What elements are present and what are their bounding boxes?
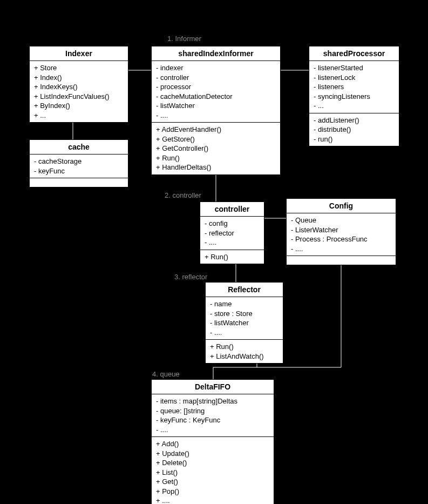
class-ops: + AddEventHandler() + GetStore() + GetCo… <box>152 123 280 174</box>
class-attrs: - name - store : Store - listWatcher - .… <box>206 297 283 340</box>
class-attrs: - indexer - controller - processor - cac… <box>152 61 280 123</box>
label-informer: 1. Informer <box>167 35 201 43</box>
class-title: Indexer <box>30 46 128 61</box>
class-ops: + Add() + Update() + Delete() + List() +… <box>152 437 274 504</box>
class-controller: controller - config - reflector - .... +… <box>200 201 264 264</box>
class-cache: cache - cacheStorage - keyFunc <box>29 139 128 187</box>
class-title: sharedProcessor <box>309 46 399 61</box>
class-shared-processor: sharedProcessor - listenerStarted - list… <box>309 46 399 146</box>
class-attrs: - cacheStorage - keyFunc <box>30 154 128 178</box>
class-title: cache <box>30 140 128 154</box>
class-title: controller <box>200 202 264 217</box>
class-title: sharedIndexInformer <box>152 46 280 61</box>
class-ops: + Run() <box>200 250 264 264</box>
class-ops <box>30 178 128 187</box>
label-controller: 2. controller <box>165 191 201 199</box>
class-reflector: Reflector - name - store : Store - listW… <box>205 282 283 364</box>
class-ops: + Run() + ListAndWatch() <box>206 340 283 363</box>
class-attrs: - listenerStarted - listenerLock - liste… <box>309 61 399 113</box>
class-delta-fifo: DeltaFIFO - items : map[string]Deltas - … <box>151 379 274 504</box>
class-shared-index-informer: sharedIndexInformer - indexer - controll… <box>151 46 281 175</box>
class-indexer: Indexer + Store + Index() + IndexKeys() … <box>29 46 128 123</box>
class-attrs: + Store + Index() + IndexKeys() + ListIn… <box>30 61 128 122</box>
class-title: Config <box>287 199 396 213</box>
class-attrs: - Queue - ListerWatcher - Process : Proc… <box>287 213 396 256</box>
label-queue: 4. queue <box>152 370 180 378</box>
class-title: DeltaFIFO <box>152 380 274 394</box>
class-attrs: - config - reflector - .... <box>200 217 264 250</box>
class-ops: - addListener() - distribute() - run() <box>309 113 399 146</box>
class-ops <box>287 256 396 265</box>
class-title: Reflector <box>206 283 283 297</box>
label-reflector: 3. reflector <box>174 273 207 281</box>
class-attrs: - items : map[string]Deltas - queue: []s… <box>152 394 274 437</box>
class-config: Config - Queue - ListerWatcher - Process… <box>286 198 396 265</box>
